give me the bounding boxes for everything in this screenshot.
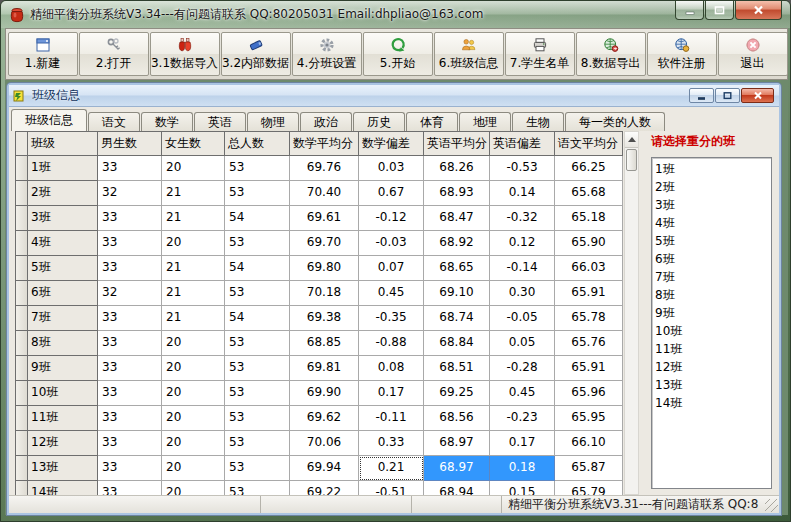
grid-row-button[interactable] [16, 306, 28, 331]
grid-row-header[interactable]: 13班 [28, 456, 98, 481]
grid-cell[interactable]: 0.07 [359, 256, 424, 281]
child-titlebar[interactable]: 班级信息 [9, 85, 779, 107]
grid-cell[interactable]: 53 [225, 156, 290, 181]
grid-header-cell[interactable]: 数学偏差 [359, 132, 424, 156]
grid-cell[interactable]: 69.81 [290, 356, 359, 381]
grid-cell[interactable]: -0.03 [359, 231, 424, 256]
grid-cell[interactable]: 20 [162, 331, 225, 356]
tab-6[interactable]: 历史 [353, 112, 405, 131]
grid-row-header[interactable]: 2班 [28, 181, 98, 206]
grid-cell[interactable]: 33 [98, 356, 162, 381]
grid-row-header[interactable]: 8班 [28, 331, 98, 356]
class-list-item[interactable]: 14班 [655, 394, 771, 412]
grid-cell[interactable]: 33 [98, 306, 162, 331]
grid-cell[interactable]: 65.91 [555, 356, 623, 381]
grid-cell[interactable]: 53 [225, 431, 290, 456]
grid-cell[interactable]: 0.45 [359, 281, 424, 306]
grid-cell[interactable]: -0.12 [359, 206, 424, 231]
tab-5[interactable]: 政治 [300, 112, 352, 131]
grid-cell[interactable]: 69.38 [290, 306, 359, 331]
grid-cell[interactable]: 68.51 [424, 356, 490, 381]
grid-cell[interactable]: 20 [162, 456, 225, 481]
grid-cell[interactable]: 65.96 [555, 381, 623, 406]
class-listbox[interactable]: 1班2班3班4班5班6班7班8班9班10班11班12班13班14班 [651, 157, 772, 489]
minimize-icon[interactable] [675, 1, 704, 20]
grid-cell[interactable]: 33 [98, 206, 162, 231]
grid-cell[interactable]: 69.94 [290, 456, 359, 481]
grid-corner-cell[interactable] [16, 132, 28, 156]
grid-cell[interactable]: 33 [98, 481, 162, 495]
grid-cell[interactable]: -0.53 [490, 156, 555, 181]
grid-cell[interactable]: 65.91 [555, 281, 623, 306]
grid-header-cell[interactable]: 语文平均分 [555, 132, 623, 156]
grid-cell[interactable]: -0.28 [490, 356, 555, 381]
grid-row-header[interactable]: 9班 [28, 356, 98, 381]
grid-cell[interactable]: 0.18 [490, 456, 555, 481]
grid-cell[interactable]: 53 [225, 456, 290, 481]
toolbar-button-data-import[interactable]: 3.1数据导入 [150, 32, 220, 76]
grid-header-cell[interactable]: 班级 [28, 132, 98, 156]
scrollbar-thumb[interactable] [626, 149, 637, 171]
grid-row-button[interactable] [16, 331, 28, 356]
grid-cell[interactable]: 0.33 [359, 431, 424, 456]
grid-cell[interactable]: 0.67 [359, 181, 424, 206]
grid-cell[interactable]: -0.05 [490, 306, 555, 331]
main-titlebar[interactable]: 精细平衡分班系统V3.34---有问题请联系 QQ:80205031 Email… [1, 1, 790, 28]
grid-cell[interactable]: 68.56 [424, 406, 490, 431]
grid-cell[interactable]: 68.92 [424, 231, 490, 256]
class-list-item[interactable]: 5班 [655, 232, 771, 250]
grid-cell[interactable]: 33 [98, 406, 162, 431]
grid-cell[interactable]: 53 [225, 231, 290, 256]
grid-cell[interactable]: 21 [162, 206, 225, 231]
grid-cell[interactable]: 0.05 [490, 331, 555, 356]
grid-cell[interactable]: 66.10 [555, 431, 623, 456]
grid-cell[interactable]: 53 [225, 356, 290, 381]
grid-row-button[interactable] [16, 256, 28, 281]
grid-row-header[interactable]: 12班 [28, 431, 98, 456]
grid-cell[interactable]: 54 [225, 306, 290, 331]
grid-cell[interactable]: -0.51 [359, 481, 424, 495]
child-restore-icon[interactable] [715, 88, 740, 103]
grid-cell[interactable]: 53 [225, 281, 290, 306]
grid-cell[interactable]: -0.23 [490, 406, 555, 431]
grid-cell[interactable]: 65.78 [555, 306, 623, 331]
toolbar-button-class-settings[interactable]: 4.分班设置 [292, 32, 362, 76]
grid-cell[interactable]: 20 [162, 431, 225, 456]
close-icon[interactable] [735, 1, 782, 20]
grid-row-button[interactable] [16, 231, 28, 256]
grid-cell[interactable]: 53 [225, 181, 290, 206]
grid-row-header[interactable]: 3班 [28, 206, 98, 231]
tab-10[interactable]: 每一类的人数 [565, 112, 665, 131]
grid-cell[interactable]: 69.90 [290, 381, 359, 406]
class-list-item[interactable]: 1班 [655, 160, 771, 178]
tab-4[interactable]: 物理 [247, 112, 299, 131]
grid-cell[interactable]: 33 [98, 431, 162, 456]
grid-cell[interactable]: 66.03 [555, 256, 623, 281]
grid-cell[interactable]: 68.85 [290, 331, 359, 356]
grid-cell[interactable]: 33 [98, 456, 162, 481]
grid-cell[interactable]: 33 [98, 331, 162, 356]
grid-cell[interactable]: 33 [98, 381, 162, 406]
grid-header-cell[interactable]: 数学平均分 [290, 132, 359, 156]
toolbar-button-start[interactable]: 5.开始 [363, 32, 433, 76]
grid-row-button[interactable] [16, 381, 28, 406]
grid-cell[interactable]: 65.79 [555, 481, 623, 495]
grid-header-cell[interactable]: 总人数 [225, 132, 290, 156]
grid-cell[interactable]: 69.61 [290, 206, 359, 231]
grid-cell[interactable]: 68.97 [424, 456, 490, 481]
grid-cell[interactable]: 70.06 [290, 431, 359, 456]
class-list-item[interactable]: 8班 [655, 286, 771, 304]
toolbar-button-open[interactable]: 2.打开 [79, 32, 149, 76]
grid-cell[interactable]: 53 [225, 481, 290, 495]
grid-cell[interactable]: 70.40 [290, 181, 359, 206]
class-list-item[interactable]: 3班 [655, 196, 771, 214]
grid-cell[interactable]: 65.76 [555, 331, 623, 356]
grid-cell[interactable]: -0.35 [359, 306, 424, 331]
grid-cell[interactable]: 33 [98, 231, 162, 256]
grid-cell[interactable]: 68.26 [424, 156, 490, 181]
grid-cell[interactable]: 20 [162, 406, 225, 431]
toolbar-button-data-export[interactable]: 8.数据导出 [576, 32, 646, 76]
grid-cell[interactable]: 68.65 [424, 256, 490, 281]
toolbar-button-student-list[interactable]: 7.学生名单 [505, 32, 575, 76]
grid-cell[interactable]: 32 [98, 181, 162, 206]
